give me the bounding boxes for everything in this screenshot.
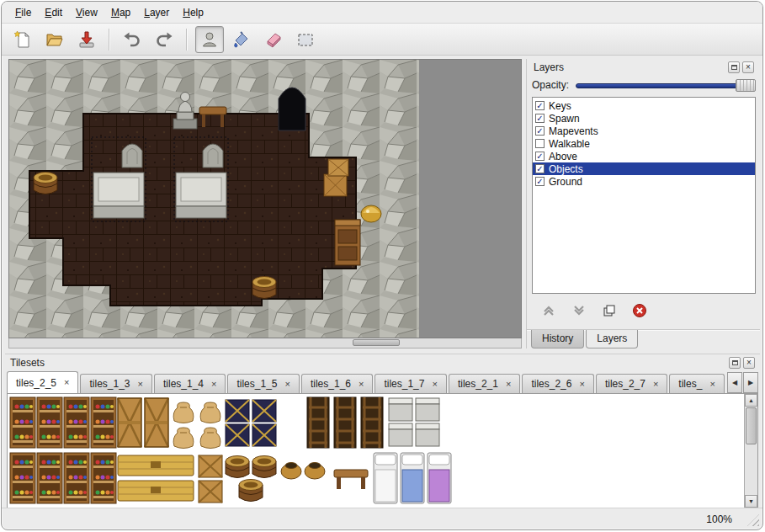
tileset-tab[interactable]: tiles_2_1 × (449, 374, 520, 393)
map-art (9, 60, 419, 338)
stamp-tool-button[interactable] (195, 26, 224, 53)
redo-button[interactable] (150, 26, 178, 53)
tileset-tab[interactable]: tiles_2_5 × (7, 371, 78, 393)
scroll-up-button[interactable]: ▲ (745, 394, 757, 407)
save-icon (77, 29, 97, 50)
dock-tabs: History Layers (531, 330, 638, 348)
canvas-hscroll-thumb[interactable] (353, 339, 400, 346)
tileset-tab[interactable]: tiles_ × (669, 374, 724, 393)
layer-checkbox[interactable]: ✓ (535, 101, 545, 110)
duplicate-layer-button[interactable] (601, 302, 618, 319)
float-panel-button[interactable] (728, 61, 740, 73)
menu-layer[interactable]: Layer (137, 3, 176, 22)
float-panel-button[interactable] (729, 357, 741, 369)
resize-grip[interactable] (747, 514, 759, 526)
menu-edit[interactable]: Edit (38, 3, 69, 22)
tab-close-icon[interactable]: × (211, 380, 216, 389)
new-file-icon (13, 29, 33, 50)
tab-close-icon[interactable]: × (506, 380, 511, 389)
layer-up-button[interactable] (540, 302, 557, 319)
tileset-tab[interactable]: tiles_1_5 × (227, 374, 299, 393)
layer-checkbox[interactable]: ✓ (535, 164, 545, 173)
rect-select-tool-button[interactable] (291, 26, 320, 53)
layer-checkbox[interactable]: ✓ (535, 152, 545, 161)
save-button[interactable] (72, 26, 101, 53)
statusbar: 100% (2, 508, 762, 529)
layer-row[interactable]: ✓ Above (533, 150, 755, 162)
tileset-art (9, 396, 455, 507)
tileset-tab-label: tiles_1_6 (311, 378, 351, 390)
layer-down-button[interactable] (571, 302, 587, 319)
tab-close-icon[interactable]: × (285, 380, 290, 389)
rect-select-icon (295, 29, 316, 50)
tileset-vscrollbar[interactable]: ▲ ▼ (744, 394, 757, 508)
layer-checkbox[interactable]: ✓ (535, 177, 545, 186)
close-panel-button[interactable]: × (743, 357, 755, 369)
tileset-tab-label: tiles_1_3 (89, 378, 130, 390)
duplicate-icon (602, 303, 617, 318)
layer-label: Above (549, 151, 577, 162)
tab-layers[interactable]: Layers (586, 330, 638, 348)
open-folder-icon (45, 29, 65, 50)
tilesets-panel: Tilesets × tiles_2_5 × tiles_1_3 × tiles… (5, 354, 760, 510)
eraser-tool-icon (263, 29, 284, 50)
layer-checkbox[interactable]: ✓ (535, 114, 545, 123)
tileset-view[interactable] (9, 396, 455, 507)
map-viewport[interactable] (8, 59, 522, 338)
tileset-tab[interactable]: tiles_1_4 × (154, 374, 226, 393)
scroll-down-button[interactable]: ▼ (745, 495, 757, 508)
layer-row[interactable]: Walkable (533, 137, 755, 150)
undo-icon (122, 29, 142, 50)
tab-close-icon[interactable]: × (138, 380, 143, 389)
layer-list: ✓ Keys ✓ Spawn ✓ Mapevents Walkable ✓ Ab… (532, 97, 756, 294)
layer-row[interactable]: ✓ Objects (533, 162, 755, 175)
opacity-slider-track[interactable] (576, 83, 754, 88)
opacity-slider[interactable] (576, 79, 756, 92)
tab-scroll-right-button[interactable]: ▶ (743, 372, 758, 393)
tab-scroll-left-button[interactable]: ◀ (727, 372, 742, 393)
map[interactable] (9, 60, 419, 338)
tilesets-panel-title: Tilesets (10, 357, 45, 369)
new-file-button[interactable] (8, 26, 37, 53)
layer-label: Ground (549, 176, 582, 188)
tileset-tab[interactable]: tiles_1_3 × (80, 374, 151, 393)
layer-checkbox[interactable] (535, 139, 545, 148)
tab-close-icon[interactable]: × (709, 380, 715, 389)
layer-row[interactable]: ✓ Mapevents (533, 125, 755, 137)
canvas-hscrollbar[interactable] (8, 338, 522, 348)
layer-label: Objects (549, 163, 583, 175)
tab-history[interactable]: History (531, 330, 584, 348)
tab-close-icon[interactable]: × (64, 378, 69, 387)
eraser-tool-button[interactable] (259, 26, 288, 53)
app-window: File Edit View Map Layer Help (1, 1, 763, 530)
menu-help[interactable]: Help (176, 3, 210, 22)
fill-tool-button[interactable] (227, 26, 256, 53)
close-panel-button[interactable]: × (742, 61, 754, 73)
menu-file[interactable]: File (8, 3, 38, 22)
layer-row[interactable]: ✓ Ground (533, 175, 755, 188)
open-file-button[interactable] (40, 26, 69, 53)
toolbar-separator (109, 29, 110, 51)
tab-close-icon[interactable]: × (579, 380, 584, 389)
layer-checkbox[interactable]: ✓ (535, 126, 545, 136)
fill-tool-icon (231, 29, 252, 50)
layer-row[interactable]: ✓ Keys (533, 99, 755, 112)
tileset-tab[interactable]: tiles_1_7 × (375, 374, 446, 393)
tab-close-icon[interactable]: × (653, 380, 658, 389)
stone-slab (93, 173, 144, 218)
stone-slab (176, 173, 226, 218)
float-icon (732, 360, 738, 365)
tileset-vscroll-thumb[interactable] (746, 407, 757, 444)
tab-close-icon[interactable]: × (359, 380, 364, 389)
tileset-tab[interactable]: tiles_2_6 × (522, 374, 593, 393)
menu-view[interactable]: View (69, 3, 104, 22)
menu-map[interactable]: Map (104, 3, 137, 22)
opacity-slider-handle[interactable] (736, 79, 756, 92)
tileset-tab[interactable]: tiles_1_6 × (301, 374, 373, 393)
undo-button[interactable] (118, 26, 146, 53)
layer-row[interactable]: ✓ Spawn (533, 112, 755, 125)
delete-layer-button[interactable] (631, 302, 648, 319)
layer-actions (540, 302, 757, 319)
tileset-tab[interactable]: tiles_2_7 × (596, 374, 667, 393)
tab-close-icon[interactable]: × (432, 380, 437, 389)
